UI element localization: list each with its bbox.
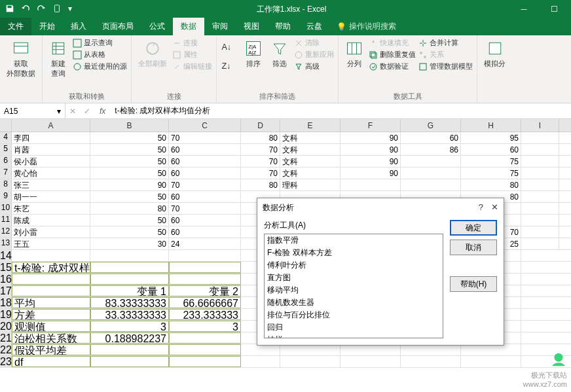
minimize-button[interactable]: ─ bbox=[511, 0, 537, 18]
col-header-d[interactable]: D bbox=[241, 119, 280, 132]
tab-formula[interactable]: 公式 bbox=[141, 18, 173, 35]
sort-az-button[interactable]: A↓ Z↓ bbox=[221, 38, 239, 75]
svg-point-13 bbox=[295, 52, 302, 58]
svg-text:A↓: A↓ bbox=[221, 43, 231, 52]
tool-item[interactable]: 回归 bbox=[265, 321, 443, 334]
svg-point-6 bbox=[147, 43, 158, 54]
svg-text:A|Z: A|Z bbox=[248, 50, 256, 56]
cancel-formula-icon[interactable]: ✕ bbox=[65, 107, 80, 116]
refresh-all-button[interactable]: 全部刷新 bbox=[136, 38, 170, 70]
filter-button[interactable]: 筛选 bbox=[268, 38, 291, 70]
relationships-button: 关系 bbox=[418, 50, 473, 60]
formula-input[interactable] bbox=[111, 107, 571, 116]
tab-layout[interactable]: 页面布局 bbox=[94, 18, 141, 35]
connections-button[interactable]: 连接 bbox=[172, 38, 212, 48]
bulb-icon: 💡 bbox=[337, 22, 346, 31]
tool-item[interactable]: 移动平均 bbox=[265, 284, 443, 296]
grid-row[interactable]: 4 李四 50 70 80 文科 90 60 95 bbox=[0, 132, 571, 144]
advanced-filter-button[interactable]: 高级 bbox=[294, 62, 334, 71]
data-validation-button[interactable]: 数据验证 bbox=[369, 62, 416, 71]
clear-filter-button: 清除 bbox=[294, 38, 334, 48]
tab-data[interactable]: 数据 bbox=[173, 18, 204, 35]
svg-rect-16 bbox=[371, 53, 377, 58]
dialog-title: 数据分析 bbox=[263, 202, 294, 213]
ribbon-tabs: 文件 开始 插入 页面布局 公式 数据 审阅 视图 帮助 云盘 💡 操作说明搜索 bbox=[0, 18, 571, 35]
col-header-c[interactable]: C bbox=[169, 119, 241, 132]
touch-icon[interactable] bbox=[52, 4, 62, 15]
tab-cloud[interactable]: 云盘 bbox=[299, 18, 330, 35]
tab-home[interactable]: 开始 bbox=[31, 18, 63, 35]
grid-row[interactable]: 7 黄心怡 50 60 70 文科 90 75 bbox=[0, 168, 571, 179]
svg-rect-20 bbox=[420, 63, 426, 70]
col-header-f[interactable]: F bbox=[341, 119, 401, 132]
select-all-corner[interactable] bbox=[0, 119, 12, 132]
col-header-e[interactable]: E bbox=[280, 119, 341, 132]
maximize-button[interactable]: ☐ bbox=[541, 0, 567, 18]
ttest-row[interactable]: 23 df bbox=[0, 356, 571, 368]
data-model-button[interactable]: 管理数据模型 bbox=[418, 62, 473, 71]
title-bar: ▾ 工作簿1.xlsx - Excel ─ ☐ bbox=[0, 0, 571, 18]
grid-row[interactable]: 5 肖茜 50 60 70 文科 90 86 60 bbox=[0, 144, 571, 156]
formula-bar: A15 ▾ ✕ ✓ fx bbox=[0, 103, 571, 119]
col-header-a[interactable]: A bbox=[12, 119, 90, 132]
tool-item[interactable]: 直方图 bbox=[265, 272, 443, 284]
cancel-button[interactable]: 取消 bbox=[450, 240, 497, 255]
svg-rect-4 bbox=[73, 51, 81, 59]
tab-review[interactable]: 审阅 bbox=[204, 18, 236, 35]
svg-point-22 bbox=[555, 353, 563, 362]
tool-item[interactable]: 排位与百分比排位 bbox=[265, 309, 443, 321]
new-query-button[interactable]: 新建 查询 bbox=[46, 38, 70, 80]
dialog-help-icon[interactable]: ? bbox=[479, 202, 483, 213]
svg-point-5 bbox=[74, 63, 81, 70]
enter-formula-icon[interactable]: ✓ bbox=[80, 107, 94, 116]
svg-rect-21 bbox=[489, 43, 501, 54]
get-external-data-button[interactable]: 获取 外部数据 bbox=[4, 38, 38, 80]
grid-row[interactable]: 8 张三 90 70 80 理科 80 bbox=[0, 179, 571, 191]
svg-rect-2 bbox=[52, 43, 64, 54]
flash-fill-button: 快速填充 bbox=[369, 38, 416, 48]
col-header-g[interactable]: G bbox=[401, 119, 461, 132]
recent-sources-button[interactable]: 最近使用的源 bbox=[73, 62, 127, 71]
tool-item[interactable]: 抽样 bbox=[265, 334, 443, 338]
text-to-columns-button[interactable]: 分列 bbox=[342, 38, 366, 70]
ribbon: 获取 外部数据 新建 查询 显示查询 从表格 最近使用的源 获取和转换 全部刷新… bbox=[0, 35, 571, 103]
analysis-tools-listbox[interactable]: 指数平滑F-检验 双样本方差傅利叶分析直方图移动平均随机数发生器排位与百分比排位… bbox=[264, 234, 443, 338]
name-box[interactable]: A15 ▾ bbox=[0, 103, 65, 118]
tab-help[interactable]: 帮助 bbox=[267, 18, 299, 35]
whatif-button[interactable]: 模拟分 bbox=[481, 38, 508, 70]
reapply-button: 重新应用 bbox=[294, 50, 334, 60]
col-header-i[interactable]: I bbox=[521, 119, 559, 132]
dialog-close-icon[interactable]: ✕ bbox=[491, 202, 498, 213]
tool-item[interactable]: F-检验 双样本方差 bbox=[265, 247, 443, 259]
tab-file[interactable]: 文件 bbox=[0, 18, 31, 35]
ttest-row[interactable]: 22 假设平均差 bbox=[0, 344, 571, 356]
show-queries-button[interactable]: 显示查询 bbox=[73, 38, 127, 48]
ok-button[interactable]: 确定 bbox=[450, 220, 497, 236]
group-label-data-tools: 数据工具 bbox=[342, 90, 473, 101]
help-button[interactable]: 帮助(H) bbox=[450, 276, 497, 292]
tab-insert[interactable]: 插入 bbox=[63, 18, 94, 35]
group-label-sort-filter: 排序和筛选 bbox=[221, 90, 334, 101]
grid-row[interactable]: 6 侯小磊 50 60 70 文科 90 75 bbox=[0, 156, 571, 168]
save-icon[interactable] bbox=[5, 4, 14, 15]
svg-rect-15 bbox=[370, 52, 375, 57]
col-header-b[interactable]: B bbox=[90, 119, 169, 132]
properties-button: 属性 bbox=[172, 50, 212, 60]
remove-duplicates-button[interactable]: 删除重复值 bbox=[369, 50, 416, 60]
col-header-h[interactable]: H bbox=[461, 119, 521, 132]
fx-icon[interactable]: fx bbox=[94, 107, 111, 116]
chevron-down-icon[interactable]: ▾ bbox=[57, 107, 61, 116]
svg-point-19 bbox=[424, 56, 426, 58]
tool-item[interactable]: 傅利叶分析 bbox=[265, 259, 443, 272]
svg-rect-0 bbox=[55, 5, 60, 12]
sort-button[interactable]: Z|AA|Z 排序 bbox=[242, 38, 265, 70]
redo-icon[interactable] bbox=[37, 4, 46, 15]
tool-item[interactable]: 随机数发生器 bbox=[265, 296, 443, 309]
consolidate-button[interactable]: 合并计算 bbox=[418, 38, 473, 48]
from-table-button[interactable]: 从表格 bbox=[73, 50, 127, 60]
tool-item[interactable]: 指数平滑 bbox=[265, 234, 443, 247]
tell-me-search[interactable]: 💡 操作说明搜索 bbox=[330, 18, 403, 35]
undo-icon[interactable] bbox=[21, 4, 30, 15]
tab-view[interactable]: 视图 bbox=[236, 18, 267, 35]
svg-rect-1 bbox=[14, 43, 28, 53]
